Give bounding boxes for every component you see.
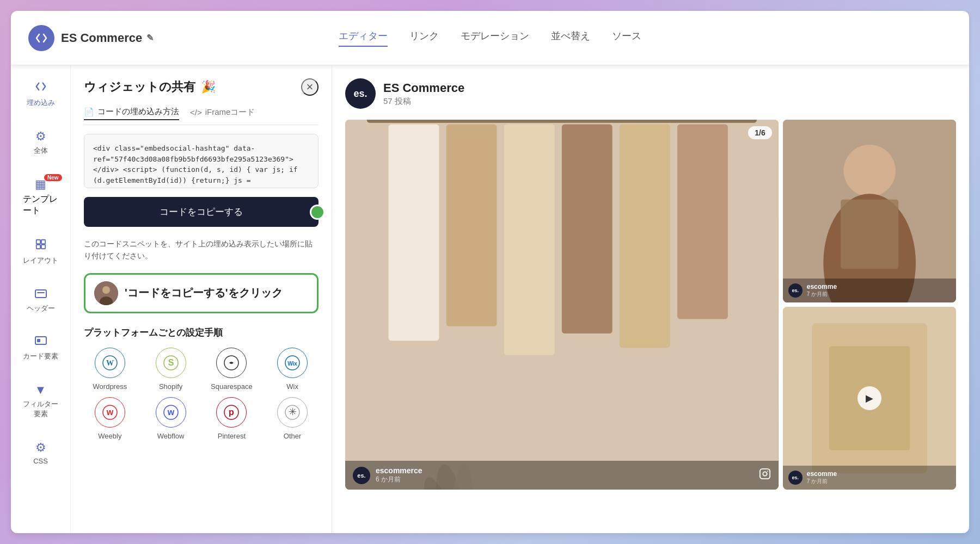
- svg-rect-35: [389, 124, 439, 341]
- sidebar-item-general[interactable]: ⚙ 全体: [16, 125, 65, 160]
- tab-moderation[interactable]: モデレーション: [461, 29, 529, 47]
- preview-header: es. ES Commerce 57 投稿: [345, 78, 956, 109]
- preview-side-top[interactable]: es. escomme 7 か月前: [783, 120, 956, 302]
- side-bottom-info: escomme 7 か月前: [807, 470, 837, 485]
- embed-tab-code-label: コードの埋め込み方法: [97, 107, 179, 117]
- top-nav: ES Commerce ✎ エディター リンク モデレーション 並べ替え ソース: [11, 11, 969, 65]
- sidebar-item-embed[interactable]: 埋め込み: [16, 76, 65, 112]
- doc-icon: 📄: [84, 107, 94, 117]
- main-image-logo: es.: [353, 467, 370, 484]
- platform-wordpress[interactable]: W Wordpress: [84, 348, 136, 391]
- svg-point-45: [763, 472, 767, 475]
- main-image-info: escommerce 6 か月前: [376, 466, 422, 484]
- sidebar: 埋め込み ⚙ 全体 New ▦ テンプレート レイアウト: [11, 65, 71, 533]
- svg-rect-44: [760, 469, 770, 479]
- main-image-time: 6 か月前: [376, 475, 422, 484]
- platform-squarespace[interactable]: Squarespace: [206, 348, 258, 391]
- platforms-section-title: プラットフォームごとの設定手順: [84, 326, 318, 339]
- svg-point-49: [843, 145, 895, 196]
- svg-rect-2: [36, 245, 40, 249]
- hint-text: このコードスニペットを、サイト上の埋め込み表示したい場所に貼り付けてください。: [84, 238, 318, 262]
- embed-tab-iframe-label: iFrameコード: [205, 107, 255, 118]
- side-bottom-content: ▶ es. escomme 7 か月前: [783, 307, 956, 490]
- nav-logo: ES Commerce ✎: [28, 25, 154, 51]
- sidebar-item-filter[interactable]: ▼ フィルター要素: [16, 379, 65, 423]
- main-image-content: 1/6 es. escommerce 6 か月前: [345, 120, 779, 490]
- platform-weebly[interactable]: w Weebly: [84, 397, 136, 440]
- svg-text:S: S: [168, 358, 174, 367]
- sidebar-item-label-general: 全体: [34, 146, 48, 156]
- wix-icon: Wix: [277, 348, 308, 378]
- tab-editor[interactable]: エディター: [339, 29, 388, 47]
- tooltip-avatar: [94, 281, 118, 305]
- css-icon: ⚙: [35, 441, 46, 455]
- preview-main-image[interactable]: 1/6 es. escommerce 6 か月前: [345, 120, 779, 490]
- code-snippet-box[interactable]: <div class="embedsocial-hashtag" data-re…: [84, 134, 318, 188]
- shopify-icon: S: [156, 348, 186, 378]
- shopify-label: Shopify: [159, 382, 182, 391]
- panel-title-text: ウィジェットの共有: [84, 79, 195, 95]
- weebly-icon: w: [95, 397, 125, 428]
- celebration-emoji: 🎉: [201, 80, 216, 94]
- sidebar-item-label-template: テンプレート: [23, 194, 59, 217]
- svg-rect-37: [504, 124, 555, 355]
- tab-source[interactable]: ソース: [612, 29, 641, 47]
- close-button[interactable]: ×: [301, 78, 318, 96]
- sidebar-item-label-header: ヘッダー: [27, 304, 55, 313]
- preview-side-bottom[interactable]: ▶ es. escomme 7 か月前: [783, 307, 956, 490]
- platform-webflow[interactable]: w Webflow: [145, 397, 197, 440]
- svg-rect-7: [37, 339, 40, 342]
- sidebar-item-card[interactable]: カード要素: [16, 331, 65, 366]
- edit-title-icon[interactable]: ✎: [146, 33, 154, 43]
- preview-grid: 1/6 es. escommerce 6 か月前: [345, 120, 956, 490]
- app-title: ES Commerce ✎: [61, 31, 154, 45]
- svg-text:w: w: [167, 407, 174, 417]
- side-bottom-username: escomme: [807, 470, 837, 478]
- sidebar-item-label-css: CSS: [33, 457, 48, 465]
- platform-wix[interactable]: Wix Wix: [266, 348, 318, 391]
- svg-text:w: w: [106, 407, 114, 417]
- platform-pinterest[interactable]: p Pinterest: [206, 397, 258, 440]
- embed-tab-iframe[interactable]: </> iFrameコード: [190, 107, 255, 120]
- svg-rect-39: [620, 124, 670, 348]
- sidebar-item-label-embed: 埋め込み: [27, 98, 55, 108]
- svg-text:Wix: Wix: [287, 361, 297, 367]
- squarespace-label: Squarespace: [211, 382, 253, 391]
- sidebar-item-header[interactable]: ヘッダー: [16, 283, 65, 318]
- platform-grid-row2: w Weebly w Webflow p: [84, 397, 318, 440]
- preview-title: ES Commerce: [383, 81, 464, 95]
- side-bottom-overlay: es. escomme 7 か月前: [783, 466, 956, 490]
- wix-label: Wix: [286, 382, 298, 391]
- panel-header: ウィジェットの共有 🎉 ×: [84, 78, 318, 96]
- play-overlay: ▶: [783, 307, 956, 490]
- platform-other[interactable]: ✳ Other: [266, 397, 318, 440]
- svg-point-9: [102, 286, 110, 294]
- app-title-text: ES Commerce: [61, 31, 142, 45]
- sidebar-item-css[interactable]: ⚙ CSS: [16, 436, 65, 469]
- sidebar-item-template[interactable]: New ▦ テンプレート: [16, 173, 65, 221]
- gear-icon: ⚙: [35, 129, 46, 144]
- sidebar-item-label-layout: レイアウト: [23, 256, 58, 265]
- image-bottom-bar: es. escommerce 6 か月前: [345, 461, 779, 490]
- sidebar-item-layout[interactable]: レイアウト: [16, 234, 65, 270]
- preview-panel: es. ES Commerce 57 投稿: [332, 65, 969, 533]
- svg-rect-0: [36, 240, 40, 244]
- side-top-time: 7 か月前: [807, 290, 837, 298]
- side-bottom-time: 7 か月前: [807, 478, 837, 485]
- filter-icon: ▼: [35, 383, 47, 397]
- platform-shopify[interactable]: S Shopify: [145, 348, 197, 391]
- preview-subtitle: 57 投稿: [383, 96, 464, 107]
- tab-link[interactable]: リンク: [409, 29, 439, 47]
- instagram-icon: [759, 468, 771, 483]
- play-button[interactable]: ▶: [857, 386, 881, 410]
- embed-tab-code[interactable]: 📄 コードの埋め込み方法: [84, 107, 179, 120]
- sidebar-item-label-card: カード要素: [23, 351, 58, 361]
- copy-code-button[interactable]: コードをコピーする: [84, 197, 318, 227]
- svg-text:p: p: [229, 407, 234, 417]
- svg-rect-40: [677, 124, 728, 319]
- svg-rect-1: [41, 240, 45, 244]
- tab-sort[interactable]: 並べ替え: [551, 29, 590, 47]
- webflow-label: Webflow: [157, 432, 185, 440]
- weebly-label: Weebly: [98, 432, 121, 440]
- wordpress-icon: W: [95, 348, 125, 378]
